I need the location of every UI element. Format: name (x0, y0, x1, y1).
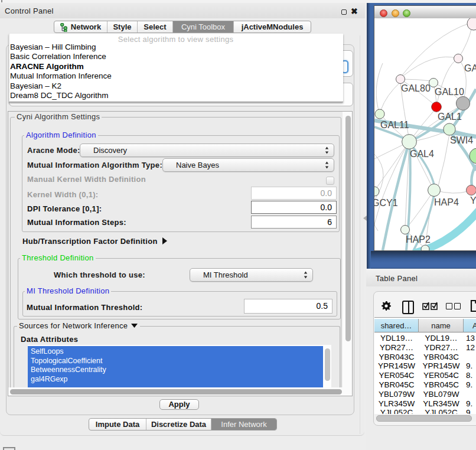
svg-text:GCY1: GCY1 (374, 198, 398, 208)
svg-text:GAL7: GAL7 (464, 63, 476, 73)
svg-text:SWI4: SWI4 (450, 135, 473, 145)
svg-text:HAP2: HAP2 (406, 234, 431, 244)
svg-text:GAL4: GAL4 (410, 149, 434, 159)
svg-text:GAL80: GAL80 (401, 83, 431, 93)
svg-text:GAL11: GAL11 (380, 120, 409, 130)
svg-text:HAP4: HAP4 (434, 197, 459, 207)
svg-text:YM: YM (470, 195, 476, 206)
svg-text:GAL1: GAL1 (438, 112, 462, 122)
svg-text:GAL10: GAL10 (435, 87, 464, 97)
